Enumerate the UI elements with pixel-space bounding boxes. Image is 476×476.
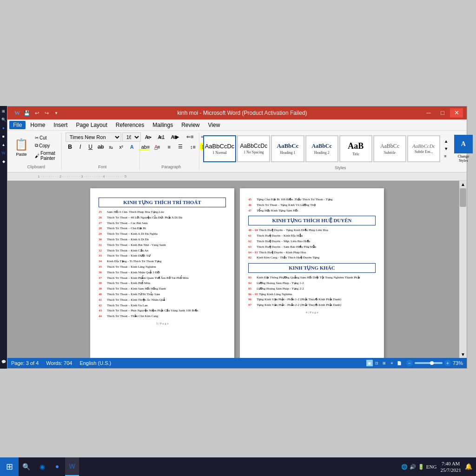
menu-insert[interactable]: Insert [50,121,71,129]
sidebar-icon-3[interactable]: ■ [0,133,7,139]
word-window: W 💾 ↩ ↪ ▼ kinh moi - Microsoft Word (Pro… [7,106,467,369]
taskbar-search[interactable]: 🔍 [19,457,33,476]
superscript-btn[interactable]: x² [117,143,126,151]
taskbar-icon-edge[interactable]: ◉ [35,457,49,476]
underline-btn[interactable]: U [86,143,95,151]
justify-btn[interactable]: ☰ [175,142,186,151]
font-selector[interactable]: Times New Ron [66,132,121,142]
entry-text: Thích Trí Thoát – Kinh Thiện Ác Nhân Quả [107,298,226,303]
sidebar-icon-bottom[interactable]: 💬 [0,358,7,365]
font-size-selector[interactable]: 16 [122,132,141,142]
page4-mid-entries: 48 – 60Thích Huệ Duyên – Tụng Kinh Điều … [248,228,376,260]
language-indicator[interactable]: ENG [426,464,437,469]
menu-page-layout[interactable]: Page Layout [72,121,111,129]
zoom-slider[interactable] [415,362,443,364]
entry-text: Thích Huệ Duyên – Tụng Kinh Điều Pháp Li… [259,228,376,233]
cut-btn[interactable]: ✂ Cut [33,134,58,141]
taskbar-date-display: 25/7/2021 [440,467,461,473]
bullets-btn[interactable]: ≡• [144,133,155,141]
entry-text: Kinh Kim Cang - Thầy Thích Huệ Duyên Tụn… [257,256,376,260]
menu-references[interactable]: References [112,121,148,129]
undo-btn[interactable]: ↩ [33,109,41,117]
status-right: ▣ ⊡ ⊞ ≡ 📄 − + 73% [366,360,463,366]
network-icon[interactable]: 🌐 [401,464,408,470]
copy-btn[interactable]: ⧉ Copy [33,142,58,149]
more-btn[interactable]: ▼ [52,109,60,117]
taskbar-icon-chrome[interactable]: ● [50,457,64,476]
menu-mailings[interactable]: Mailings [149,121,177,129]
taskbar-clock[interactable]: 7:40 AM 25/7/2021 [440,460,461,474]
menu-review[interactable]: Review [178,121,203,129]
table-row: 35Thích Trí Thoát – Kinh Lăng Nghiêm [99,265,226,270]
entry-text: Lương Hoàng Sám Pháp - Tụng 2-2 [257,287,376,291]
menu-file[interactable]: File [9,121,26,129]
draft-btn[interactable]: 📄 [396,360,403,366]
volume-icon[interactable]: 🔊 [410,464,416,470]
view-buttons: ▣ ⊡ ⊞ ≡ 📄 [366,360,403,366]
style-title[interactable]: AaB Title [339,135,372,162]
align-left-btn[interactable]: ≡ [144,143,153,151]
styles-up-btn[interactable]: ▲ [442,138,450,145]
vertical-scrollbar[interactable]: ▲ ▼ [459,181,467,358]
style-heading2[interactable]: AaBbCc Heading 2 [305,135,338,162]
print-layout-btn[interactable]: ▣ [366,360,373,366]
sidebar-icon-chrome[interactable]: ● [0,125,7,131]
web-view-btn[interactable]: ⊞ [381,360,388,366]
table-row: 63Thích Huệ Duyên – Sám Báo Hiếu Phụ Mẫu [248,245,376,250]
taskbar-right: 🌐 🔊 🔋 ENG 7:40 AM 25/7/2021 🔔 [401,460,476,474]
style-subtle-em[interactable]: AaBbCcDc Subtle Em... [407,135,440,162]
text-effects-btn[interactable]: A [127,143,137,151]
zoom-in-btn[interactable]: + [444,360,451,366]
style-normal[interactable]: AaBbCcDc 1 Normal [203,135,237,162]
line-spacing-btn[interactable]: ↕≡ [187,143,199,151]
sidebar-icon-5[interactable]: ◆ [0,158,7,165]
table-row: 33Thích Trí Thoát – Kinh Dược Sư [99,254,226,258]
styles-down-btn[interactable]: ▼ [442,145,450,152]
zoom-control: − + 73% [406,360,463,366]
entry-num: 30 [99,238,106,242]
entry-num: 43 [99,309,106,313]
style-subtitle[interactable]: AaBbCc Subtitle [373,135,406,162]
page4-heading2: KINH TỤNG THÍCH HUỆ DUYÊN [248,216,376,225]
menu-view[interactable]: View [205,121,224,129]
close-btn[interactable]: ✕ [450,108,463,118]
numbering-btn[interactable]: ≡1 [156,133,168,141]
sidebar-icon-4[interactable]: ▲ [0,141,7,148]
align-center-btn[interactable]: ≡ [154,143,163,151]
zoom-out-btn[interactable]: − [406,360,413,366]
page4-number: 4 | P a g e [248,311,376,314]
notification-btn[interactable]: 🔔 [465,463,472,470]
full-screen-btn[interactable]: ⊡ [374,360,380,366]
decrease-indent-btn[interactable]: ⇐≡ [183,132,197,141]
start-button[interactable]: ⊞ [0,457,19,476]
taskbar-word[interactable]: W [65,457,79,476]
format-painter-btn[interactable]: 🖌 Format Painter [33,150,58,162]
battery-icon[interactable]: 🔋 [418,464,424,470]
page-3: KINH TỤNG THÍCH TRÍ THOÁT 25Sám Hối 6 Că… [90,188,234,358]
style-no-spacing[interactable]: AaBbCcDc 1 No Spacing [237,135,270,162]
italic-btn[interactable]: I [76,143,85,151]
align-right-btn[interactable]: ≡ [165,143,174,151]
multilevel-btn[interactable]: ≡▶ [169,132,182,141]
sidebar-icon-word[interactable]: W [0,150,7,156]
redo-btn[interactable]: ↪ [42,109,51,117]
scroll-up-btn[interactable]: ▲ [459,181,467,188]
word-icon: W [13,109,21,117]
scrollbar-thumb[interactable] [460,188,466,207]
outline-btn[interactable]: ≡ [389,360,395,366]
style-heading1[interactable]: AaBbCc Heading 1 [271,135,304,162]
paragraph-label: Paragraph [144,165,199,169]
maximize-btn[interactable]: □ [436,108,449,118]
scroll-down-btn[interactable]: ▼ [459,351,467,358]
sidebar-icon-2[interactable]: 🔍 [0,116,7,123]
sidebar-icon-1[interactable]: ⊞ [0,108,7,114]
bold-btn[interactable]: B [66,143,75,151]
styles-more-btn[interactable]: ≡ [442,153,450,159]
save-btn[interactable]: 💾 [23,109,31,117]
menu-home[interactable]: Home [26,121,49,129]
change-styles-btn[interactable]: A [454,135,473,153]
minimize-btn[interactable]: ─ [422,108,435,118]
strikethrough-btn[interactable]: ab [96,143,106,151]
subscript-btn[interactable]: x₂ [106,143,116,151]
paste-btn[interactable]: 📋 Paste [11,137,32,160]
